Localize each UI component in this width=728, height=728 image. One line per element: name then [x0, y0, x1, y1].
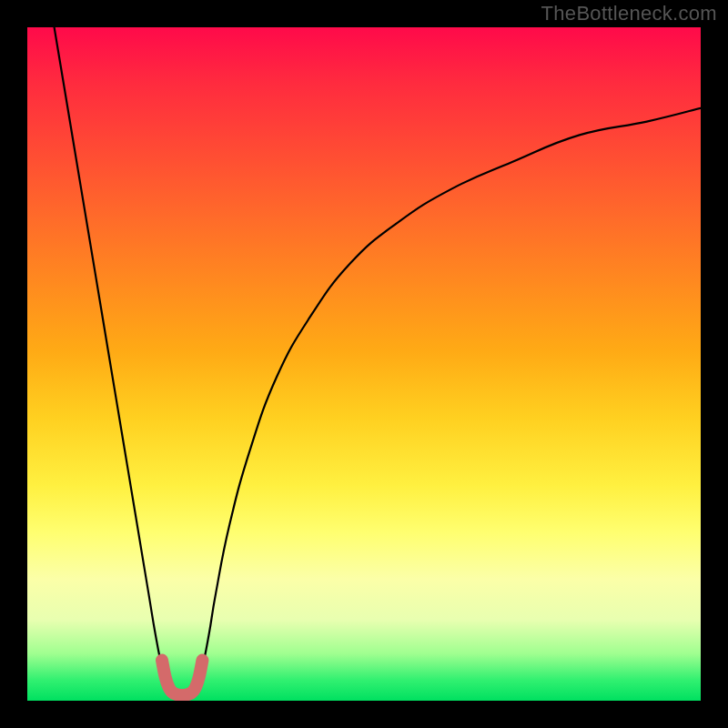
trough-highlight	[162, 661, 202, 695]
curve-right-branch	[196, 108, 701, 687]
chart-frame: TheBottleneck.com	[0, 0, 728, 728]
plot-svg	[27, 27, 701, 701]
curve-left-branch	[55, 27, 169, 687]
watermark-label: TheBottleneck.com	[541, 2, 717, 25]
bottleneck-plot	[27, 27, 701, 701]
